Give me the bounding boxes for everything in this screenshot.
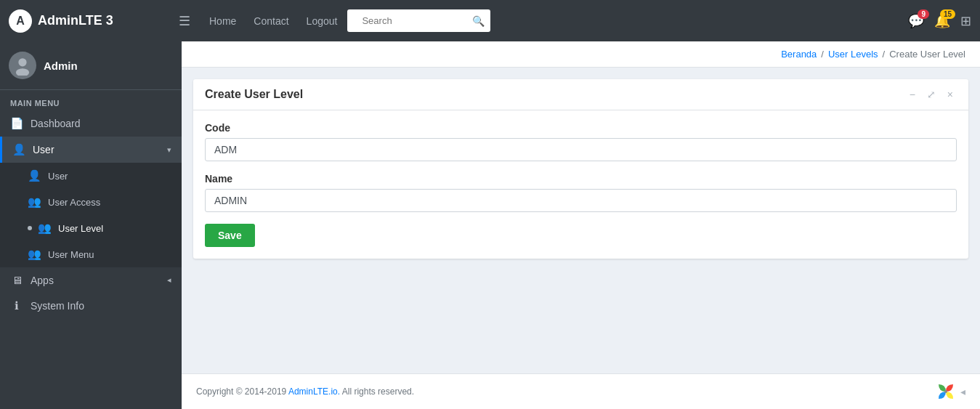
sidebar-item-apps[interactable]: 🖥 Apps ◂: [0, 267, 182, 293]
avatar: [9, 52, 36, 79]
breadcrumb-userlevels-link[interactable]: User Levels: [828, 49, 878, 60]
card-expand-button[interactable]: ⤢: [923, 88, 939, 101]
content-header: Beranda / User Levels / Create User Leve…: [182, 41, 980, 68]
messages-button[interactable]: 💬 9: [908, 13, 924, 29]
card-header: Create User Level − ⤢ ×: [193, 79, 968, 110]
sidebar-item-user-menu[interactable]: 👥 User Menu: [0, 241, 182, 267]
dashboard-icon: 📄: [10, 117, 23, 130]
sidebar-user: Admin: [0, 41, 182, 90]
sidebar: Admin Main Menu 📄 Dashboard 👤 User ▾ 👤 U…: [0, 41, 182, 409]
user-level-icon: 👥: [38, 222, 51, 235]
save-button[interactable]: Save: [205, 224, 255, 247]
breadcrumb-current: Create User Level: [889, 49, 965, 60]
sidebar-item-user-access[interactable]: 👥 User Access: [0, 189, 182, 215]
user-icon: 👤: [12, 143, 25, 156]
svg-point-2: [944, 390, 947, 393]
footer-copyright: Copyright © 2014-2019 AdminLTE.io. All r…: [196, 386, 414, 397]
code-label: Code: [205, 122, 957, 134]
main-layout: Admin Main Menu 📄 Dashboard 👤 User ▾ 👤 U…: [0, 41, 980, 409]
card-close-button[interactable]: ×: [944, 88, 957, 101]
search-icon[interactable]: 🔍: [472, 15, 485, 27]
notifications-badge: 15: [940, 9, 955, 19]
brand: A AdminLTE 3: [9, 9, 161, 33]
nav-links: Home Contact Logout: [202, 15, 344, 27]
sidebar-item-label: User Access: [48, 197, 171, 208]
footer: Copyright © 2014-2019 AdminLTE.io. All r…: [182, 373, 980, 409]
nav-contact-link[interactable]: Contact: [246, 11, 296, 31]
sidebar-item-user-level[interactable]: 👥 User Level: [0, 215, 182, 241]
sidebar-item-label: User Level: [58, 223, 171, 234]
breadcrumb: Beranda / User Levels / Create User Leve…: [781, 49, 965, 60]
svg-point-0: [18, 58, 26, 66]
name-label: Name: [205, 173, 957, 185]
info-icon: ℹ: [10, 299, 23, 312]
user-menu-icon: 👥: [28, 248, 41, 261]
brand-logo: A: [9, 9, 32, 33]
brand-title: AdminLTE 3: [38, 13, 113, 28]
user-sub-icon: 👤: [28, 169, 41, 182]
pinwheel-icon: [936, 381, 956, 402]
create-user-level-card: Create User Level − ⤢ × Code Name: [193, 79, 968, 259]
sidebar-item-user[interactable]: 👤 User ▾: [0, 137, 182, 163]
sidebar-toggle-button[interactable]: ☰: [173, 10, 196, 32]
nav-logout-link[interactable]: Logout: [299, 11, 345, 31]
sidebar-item-label: System Info: [31, 300, 171, 312]
card-title: Create User Level: [205, 88, 303, 101]
search-form: 🔍: [347, 9, 490, 32]
sidebar-item-system-info[interactable]: ℹ System Info: [0, 293, 182, 319]
navbar-right: 💬 9 🔔 15 ⊞: [908, 13, 971, 29]
card-body: Code Name Save: [193, 110, 968, 259]
apps-icon: 🖥: [10, 274, 23, 286]
sidebar-username: Admin: [44, 60, 78, 72]
sidebar-item-user-sub[interactable]: 👤 User: [0, 163, 182, 189]
chevron-left-icon: ◂: [167, 275, 171, 285]
card-minimize-button[interactable]: −: [906, 88, 919, 101]
content-body: Create User Level − ⤢ × Code Name: [182, 68, 980, 373]
svg-point-1: [16, 68, 29, 76]
sidebar-item-label: User: [33, 144, 167, 155]
search-input[interactable]: [356, 12, 472, 29]
footer-brand-link[interactable]: AdminLTE.io.: [288, 386, 340, 397]
code-input[interactable]: [205, 138, 957, 161]
nav-home-link[interactable]: Home: [202, 11, 243, 31]
sidebar-item-label: User Menu: [48, 249, 171, 260]
name-form-group: Name: [205, 173, 957, 212]
pinwheel-area: ◂: [936, 381, 965, 402]
notifications-button[interactable]: 🔔 15: [934, 13, 950, 29]
user-access-icon: 👥: [28, 195, 41, 208]
footer-collapse-button[interactable]: ◂: [960, 386, 965, 397]
messages-badge: 9: [918, 9, 929, 19]
breadcrumb-beranda-link[interactable]: Beranda: [781, 49, 817, 60]
breadcrumb-separator-1: /: [821, 49, 824, 60]
sidebar-item-label: Apps: [31, 275, 167, 286]
card-tools: − ⤢ ×: [906, 88, 957, 101]
navbar: A AdminLTE 3 ☰ Home Contact Logout 🔍 💬 9…: [0, 0, 980, 41]
code-form-group: Code: [205, 122, 957, 161]
sidebar-item-label: Dashboard: [31, 118, 171, 129]
content-area: Beranda / User Levels / Create User Leve…: [182, 41, 980, 409]
sidebar-item-label: User: [48, 171, 171, 182]
chevron-down-icon: ▾: [167, 145, 171, 155]
sidebar-submenu-user: 👤 User 👥 User Access 👥 User Level 👥 User…: [0, 163, 182, 267]
breadcrumb-separator-2: /: [883, 49, 886, 60]
name-input[interactable]: [205, 189, 957, 212]
apps-grid-button[interactable]: ⊞: [960, 13, 971, 29]
sidebar-item-dashboard[interactable]: 📄 Dashboard: [0, 110, 182, 137]
sidebar-section-label: Main Menu: [0, 90, 182, 110]
